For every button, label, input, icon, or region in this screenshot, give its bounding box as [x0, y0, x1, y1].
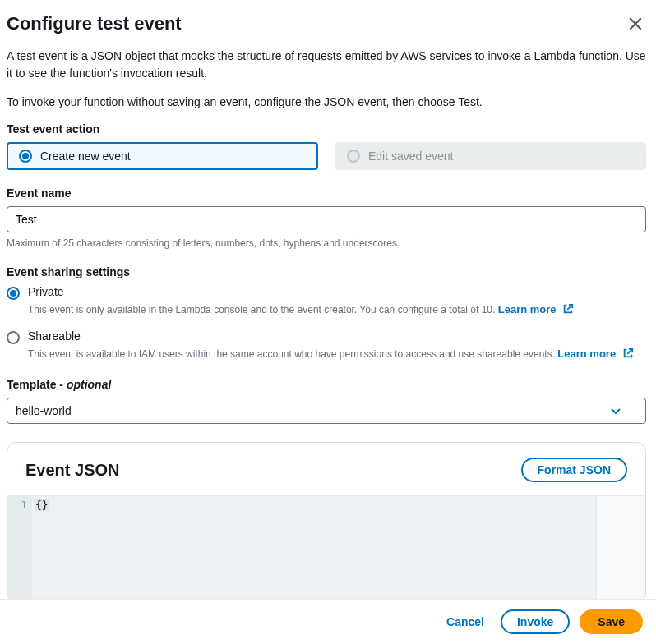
line-number: 1 [12, 499, 27, 511]
event-name-input[interactable] [7, 206, 646, 232]
invoke-button[interactable]: Invoke [501, 610, 570, 634]
modal-description-1: A test event is a JSON object that mocks… [7, 48, 646, 82]
configure-test-event-modal: Configure test event A test event is a J… [0, 0, 656, 600]
external-link-icon [622, 347, 634, 359]
save-button[interactable]: Save [580, 610, 643, 634]
radio-icon [347, 150, 360, 163]
create-new-event-option[interactable]: Create new event [7, 142, 318, 170]
cancel-button[interactable]: Cancel [440, 610, 491, 633]
sharing-shareable-desc: This event is available to IAM users wit… [28, 346, 646, 362]
template-selected-value: hello-world [16, 404, 72, 417]
create-new-event-label: Create new event [40, 150, 131, 163]
event-json-header: Event JSON Format JSON [7, 458, 645, 495]
modal-title: Configure test event [7, 13, 182, 34]
event-json-panel: Event JSON Format JSON 1 {} [7, 442, 646, 600]
template-select-wrap: hello-world [7, 398, 646, 424]
modal-footer: Cancel Invoke Save [0, 599, 656, 644]
learn-more-link[interactable]: Learn more [557, 347, 633, 360]
event-name-hint: Maximum of 25 characters consisting of l… [7, 237, 646, 249]
edit-saved-event-label: Edit saved event [368, 150, 454, 163]
edit-saved-event-option: Edit saved event [335, 142, 646, 170]
radio-icon [7, 287, 20, 300]
editor-margin [596, 496, 645, 600]
sharing-shareable-option[interactable]: Shareable [7, 329, 646, 344]
editor-code-area[interactable]: {} [32, 496, 645, 600]
test-event-action-group: Create new event Edit saved event [7, 142, 646, 170]
modal-description-2: To invoke your function without saving a… [7, 94, 646, 111]
json-code: {} [35, 499, 49, 511]
sharing-private-label: Private [28, 285, 64, 298]
radio-icon [19, 150, 32, 163]
test-event-action-label: Test event action [7, 122, 646, 136]
event-sharing-group: Private This event is only available in … [7, 285, 646, 361]
event-json-title: Event JSON [25, 461, 119, 480]
learn-more-link[interactable]: Learn more [498, 303, 574, 315]
format-json-button[interactable]: Format JSON [521, 458, 627, 482]
event-sharing-label: Event sharing settings [7, 265, 646, 278]
json-editor[interactable]: 1 {} [7, 495, 645, 600]
template-label: Template - optional [7, 378, 646, 391]
radio-icon [7, 331, 20, 344]
modal-header: Configure test event [7, 13, 646, 43]
sharing-shareable-label: Shareable [28, 329, 81, 343]
close-icon[interactable] [625, 13, 646, 37]
sharing-private-desc: This event is only available in the Lamb… [28, 301, 646, 318]
editor-gutter: 1 [7, 496, 32, 600]
template-select[interactable]: hello-world [7, 398, 646, 424]
sharing-private-option[interactable]: Private [7, 285, 646, 300]
event-name-label: Event name [7, 186, 646, 200]
chevron-down-icon [611, 404, 621, 417]
external-link-icon [562, 303, 574, 315]
